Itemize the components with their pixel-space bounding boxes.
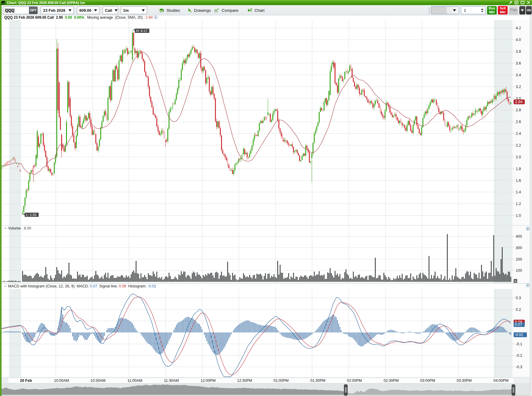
svg-text:2.6: 2.6 (516, 120, 521, 124)
svg-text:2.8: 2.8 (516, 108, 521, 112)
svg-text:4.0: 4.0 (516, 38, 521, 42)
svg-text:1.8: 1.8 (516, 167, 521, 171)
svg-text:03:30PM: 03:30PM (457, 379, 472, 383)
svg-text:100: 100 (516, 268, 522, 273)
svg-text:01:00PM: 01:00PM (274, 379, 289, 383)
svg-text:2.0: 2.0 (516, 155, 521, 159)
svg-text:-0.1: -0.1 (516, 342, 522, 346)
svg-text:10:00AM: 10:00AM (54, 379, 69, 383)
svg-text:3.6: 3.6 (516, 61, 521, 65)
svg-text:2.2: 2.2 (516, 143, 521, 147)
svg-text:4.2: 4.2 (516, 26, 521, 30)
svg-text:0.2: 0.2 (516, 308, 521, 312)
svg-text:01:30PM: 01:30PM (310, 379, 325, 383)
svg-text:02:00PM: 02:00PM (347, 379, 362, 383)
svg-text:6: 6 (515, 279, 516, 283)
svg-text:20 Feb: 20 Feb (20, 379, 32, 383)
svg-text:-0.2: -0.2 (516, 353, 522, 358)
svg-text:400: 400 (516, 234, 522, 239)
svg-text:1.0: 1.0 (516, 214, 521, 218)
svg-text:2.4: 2.4 (516, 131, 521, 136)
svg-text:L: 1.02: L: 1.02 (26, 213, 36, 217)
svg-text:10:30AM: 10:30AM (90, 379, 106, 383)
svg-text:-0.3: -0.3 (516, 365, 522, 369)
svg-text:12:30PM: 12:30PM (237, 379, 252, 383)
svg-text:11:30AM: 11:30AM (164, 379, 179, 383)
svg-text:0.3: 0.3 (516, 296, 521, 300)
svg-text:-0.02: -0.02 (515, 333, 523, 337)
svg-text:2.94: 2.94 (515, 100, 522, 104)
svg-text:11:00AM: 11:00AM (127, 379, 142, 383)
svg-text:1.4: 1.4 (516, 190, 521, 194)
svg-text:1.2: 1.2 (516, 202, 521, 206)
svg-text:02:30PM: 02:30PM (384, 379, 399, 383)
svg-text:04:00PM: 04:00PM (493, 379, 508, 383)
svg-text:0.07: 0.07 (515, 322, 522, 327)
svg-text:03:00PM: 03:00PM (420, 379, 435, 383)
svg-text:3.4: 3.4 (516, 73, 521, 77)
svg-text:200: 200 (516, 257, 522, 261)
svg-text:3.2: 3.2 (516, 85, 521, 89)
svg-text:1.6: 1.6 (516, 179, 521, 183)
svg-text:3.8: 3.8 (516, 49, 521, 54)
svg-text:H: 4.17: H: 4.17 (136, 29, 147, 33)
svg-text:300: 300 (516, 246, 522, 250)
svg-text:12:00PM: 12:00PM (201, 379, 216, 383)
